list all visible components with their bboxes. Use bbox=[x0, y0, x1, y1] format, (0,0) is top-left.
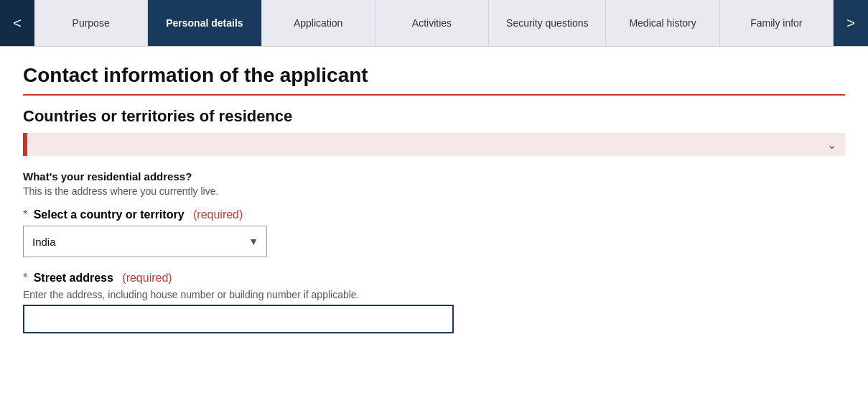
street-hint: Enter the address, including house numbe… bbox=[23, 289, 845, 300]
tab-family-info[interactable]: Family infor bbox=[720, 0, 834, 46]
section-heading: Countries or territories of residence bbox=[23, 107, 845, 126]
street-field-label: * Street address (required) bbox=[23, 272, 845, 285]
nav-prev-button[interactable]: < bbox=[0, 0, 34, 46]
page-title: Contact information of the applicant bbox=[23, 64, 845, 87]
tab-personal-details[interactable]: Personal details bbox=[148, 0, 261, 46]
tab-purpose[interactable]: Purpose bbox=[34, 0, 148, 46]
street-address-section: * Street address (required) Enter the ad… bbox=[23, 272, 845, 333]
tab-security-questions[interactable]: Security questions bbox=[489, 0, 606, 46]
country-select-wrapper: India Australia Canada United Kingdom Un… bbox=[23, 226, 267, 257]
street-required-tag: (required) bbox=[122, 272, 172, 284]
section-divider bbox=[23, 94, 845, 96]
tab-medical-history[interactable]: Medical history bbox=[606, 0, 719, 46]
country-select[interactable]: India Australia Canada United Kingdom Un… bbox=[23, 226, 267, 257]
nav-bar: < Purpose Personal details Application A… bbox=[0, 0, 868, 47]
street-input[interactable] bbox=[23, 305, 454, 333]
collapsed-bar-indicator bbox=[23, 133, 27, 156]
tab-application[interactable]: Application bbox=[262, 0, 375, 46]
required-asterisk: * bbox=[23, 208, 27, 221]
question-hint: This is the address where you currently … bbox=[23, 185, 845, 197]
nav-next-button[interactable]: > bbox=[834, 0, 868, 46]
collapsed-section-bar[interactable]: ⌄ bbox=[23, 133, 845, 156]
country-required-tag: (required) bbox=[193, 208, 243, 221]
main-content: Contact information of the applicant Cou… bbox=[0, 47, 868, 351]
nav-tabs: Purpose Personal details Application Act… bbox=[34, 0, 834, 46]
country-field-label: * Select a country or territory (require… bbox=[23, 208, 845, 221]
tab-activities[interactable]: Activities bbox=[375, 0, 489, 46]
street-required-asterisk: * bbox=[23, 272, 27, 284]
question-label: What's your residential address? bbox=[23, 170, 845, 183]
chevron-down-icon: ⌄ bbox=[827, 138, 836, 152]
